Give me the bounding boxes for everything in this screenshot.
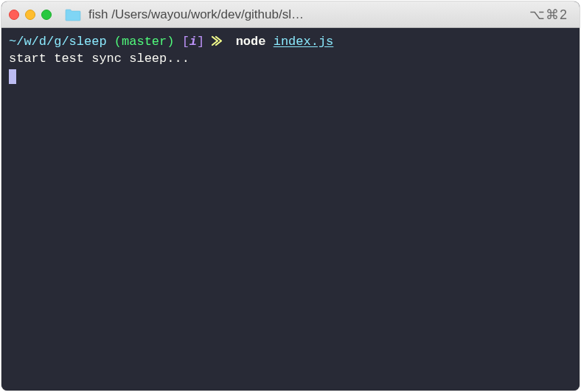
- command: node: [236, 35, 266, 49]
- prompt-path: ~/w/d/g/sleep: [9, 35, 107, 49]
- prompt-line: ~/w/d/g/sleep (master) [i] node index.js: [9, 34, 572, 51]
- folder-icon: [65, 8, 81, 21]
- minimize-icon[interactable]: [25, 10, 35, 20]
- traffic-lights: [9, 10, 52, 20]
- terminal-content[interactable]: ~/w/d/g/sleep (master) [i] node index.js…: [1, 28, 580, 391]
- titlebar[interactable]: fish /Users/wayou/work/dev/github/sl… ⌥⌘…: [1, 1, 580, 28]
- output-line: start test sync sleep...: [9, 51, 572, 68]
- terminal-cursor: [9, 69, 16, 84]
- maximize-icon[interactable]: [41, 10, 52, 20]
- prompt-flag: i: [189, 35, 197, 49]
- close-icon[interactable]: [9, 10, 19, 20]
- terminal-window: fish /Users/wayou/work/dev/github/sl… ⌥⌘…: [1, 1, 580, 391]
- command-argument: index.js: [274, 35, 334, 49]
- cursor-line: [9, 68, 572, 86]
- git-branch: master: [122, 35, 167, 49]
- keyboard-shortcut: ⌥⌘2: [529, 7, 572, 23]
- prompt-arrow: [212, 35, 228, 49]
- window-title: fish /Users/wayou/work/dev/github/sl…: [88, 7, 523, 22]
